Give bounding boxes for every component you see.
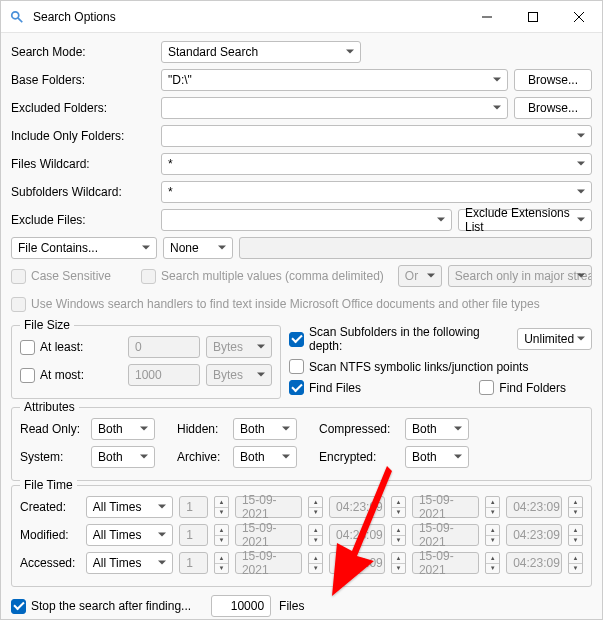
search-mode-label: Search Mode: bbox=[11, 45, 161, 59]
search-mode-combo[interactable]: Standard Search bbox=[161, 41, 361, 63]
file-size-group: File Size bbox=[20, 318, 74, 332]
accessed-date1: 15-09-2021 bbox=[235, 552, 302, 574]
use-windows-checkbox: Use Windows search handlers to find text… bbox=[11, 297, 540, 312]
include-only-combo[interactable] bbox=[161, 125, 592, 147]
at-most-input: 1000 bbox=[128, 364, 200, 386]
base-folders-label: Base Folders: bbox=[11, 73, 161, 87]
read-only-combo[interactable]: Both bbox=[91, 418, 155, 440]
browse-excluded-button[interactable]: Browse... bbox=[514, 97, 592, 119]
modified-count-spin: ▲▼ bbox=[214, 524, 229, 546]
modified-time1: 04:23:09 bbox=[329, 524, 385, 546]
file-time-group: File Time bbox=[20, 478, 77, 492]
modified-date1: 15-09-2021 bbox=[235, 524, 302, 546]
maximize-button[interactable] bbox=[510, 1, 556, 33]
created-time1-spin: ▲▼ bbox=[391, 496, 406, 518]
base-folders-combo[interactable]: "D:\" bbox=[161, 69, 508, 91]
modified-date2: 15-09-2021 bbox=[412, 524, 479, 546]
stop-after-checkbox[interactable]: Stop the search after finding... bbox=[11, 599, 191, 614]
accessed-count-spin: ▲▼ bbox=[214, 552, 229, 574]
excluded-folders-label: Excluded Folders: bbox=[11, 101, 161, 115]
at-least-unit: Bytes bbox=[206, 336, 272, 358]
modified-time2-spin: ▲▼ bbox=[568, 524, 583, 546]
accessed-time1-spin: ▲▼ bbox=[391, 552, 406, 574]
or-combo: Or bbox=[398, 265, 442, 287]
accessed-time2-spin: ▲▼ bbox=[568, 552, 583, 574]
file-contains-combo[interactable]: File Contains... bbox=[11, 237, 157, 259]
subfolders-wildcard-label: Subfolders Wildcard: bbox=[11, 185, 161, 199]
created-count-spin: ▲▼ bbox=[214, 496, 229, 518]
created-label: Created: bbox=[20, 500, 80, 514]
at-least-checkbox[interactable]: At least: bbox=[20, 340, 83, 355]
modified-date1-spin: ▲▼ bbox=[308, 524, 323, 546]
created-date1-spin: ▲▼ bbox=[308, 496, 323, 518]
files-unit-label: Files bbox=[279, 599, 304, 613]
find-folders-checkbox[interactable]: Find Folders bbox=[479, 380, 566, 395]
at-least-input: 0 bbox=[128, 336, 200, 358]
created-combo[interactable]: All Times bbox=[86, 496, 174, 518]
attributes-group: Attributes bbox=[20, 400, 79, 414]
subfolders-wildcard-combo[interactable]: * bbox=[161, 181, 592, 203]
accessed-time1: 04:23:09 bbox=[329, 552, 385, 574]
created-time1: 04:23:09 bbox=[329, 496, 385, 518]
hidden-label: Hidden: bbox=[177, 422, 227, 436]
window-title: Search Options bbox=[33, 10, 464, 24]
svg-point-0 bbox=[12, 11, 19, 18]
exclude-ext-combo[interactable]: Exclude Extensions List bbox=[458, 209, 592, 231]
none-combo[interactable]: None bbox=[163, 237, 233, 259]
depth-combo[interactable]: Unlimited bbox=[517, 328, 592, 350]
hidden-combo[interactable]: Both bbox=[233, 418, 297, 440]
accessed-date1-spin: ▲▼ bbox=[308, 552, 323, 574]
archive-combo[interactable]: Both bbox=[233, 446, 297, 468]
exclude-files-label: Exclude Files: bbox=[11, 213, 161, 227]
scan-subfolders-checkbox[interactable]: Scan Subfolders in the following depth: bbox=[289, 325, 505, 353]
accessed-date2: 15-09-2021 bbox=[412, 552, 479, 574]
svg-line-1 bbox=[18, 17, 22, 21]
case-sensitive-checkbox: Case Sensitive bbox=[11, 269, 111, 284]
browse-base-button[interactable]: Browse... bbox=[514, 69, 592, 91]
svg-rect-3 bbox=[529, 12, 538, 21]
system-combo[interactable]: Both bbox=[91, 446, 155, 468]
at-most-unit: Bytes bbox=[206, 364, 272, 386]
include-only-label: Include Only Folders: bbox=[11, 129, 161, 143]
modified-time2: 04:23:09 bbox=[506, 524, 562, 546]
files-wildcard-label: Files Wildcard: bbox=[11, 157, 161, 171]
compressed-combo[interactable]: Both bbox=[405, 418, 469, 440]
files-wildcard-combo[interactable]: * bbox=[161, 153, 592, 175]
created-count: 1 bbox=[179, 496, 208, 518]
exclude-files-combo[interactable] bbox=[161, 209, 452, 231]
created-time2: 04:23:09 bbox=[506, 496, 562, 518]
accessed-combo[interactable]: All Times bbox=[86, 552, 174, 574]
stop-count-input[interactable]: 10000 bbox=[211, 595, 271, 617]
accessed-count: 1 bbox=[179, 552, 208, 574]
modified-count: 1 bbox=[179, 524, 208, 546]
system-label: System: bbox=[20, 450, 85, 464]
modified-date2-spin: ▲▼ bbox=[485, 524, 500, 546]
modified-time1-spin: ▲▼ bbox=[391, 524, 406, 546]
created-date2: 15-09-2021 bbox=[412, 496, 479, 518]
encrypted-combo[interactable]: Both bbox=[405, 446, 469, 468]
modified-combo[interactable]: All Times bbox=[86, 524, 174, 546]
created-date2-spin: ▲▼ bbox=[485, 496, 500, 518]
minimize-button[interactable] bbox=[464, 1, 510, 33]
accessed-label: Accessed: bbox=[20, 556, 80, 570]
contains-input bbox=[239, 237, 592, 259]
accessed-date2-spin: ▲▼ bbox=[485, 552, 500, 574]
archive-label: Archive: bbox=[177, 450, 227, 464]
search-major-combo: Search only in major stream bbox=[448, 265, 592, 287]
close-window-button[interactable] bbox=[556, 1, 602, 33]
created-date1: 15-09-2021 bbox=[235, 496, 302, 518]
read-only-label: Read Only: bbox=[20, 422, 85, 436]
app-icon bbox=[9, 9, 25, 25]
search-multiple-checkbox: Search multiple values (comma delimited) bbox=[141, 269, 384, 284]
accessed-time2: 04:23:09 bbox=[506, 552, 562, 574]
encrypted-label: Encrypted: bbox=[319, 450, 399, 464]
find-files-checkbox[interactable]: Find Files bbox=[289, 380, 361, 395]
created-time2-spin: ▲▼ bbox=[568, 496, 583, 518]
compressed-label: Compressed: bbox=[319, 422, 399, 436]
scan-ntfs-checkbox[interactable]: Scan NTFS symbolic links/junction points bbox=[289, 359, 528, 374]
titlebar: Search Options bbox=[1, 1, 602, 33]
at-most-checkbox[interactable]: At most: bbox=[20, 368, 84, 383]
excluded-folders-combo[interactable] bbox=[161, 97, 508, 119]
modified-label: Modified: bbox=[20, 528, 80, 542]
